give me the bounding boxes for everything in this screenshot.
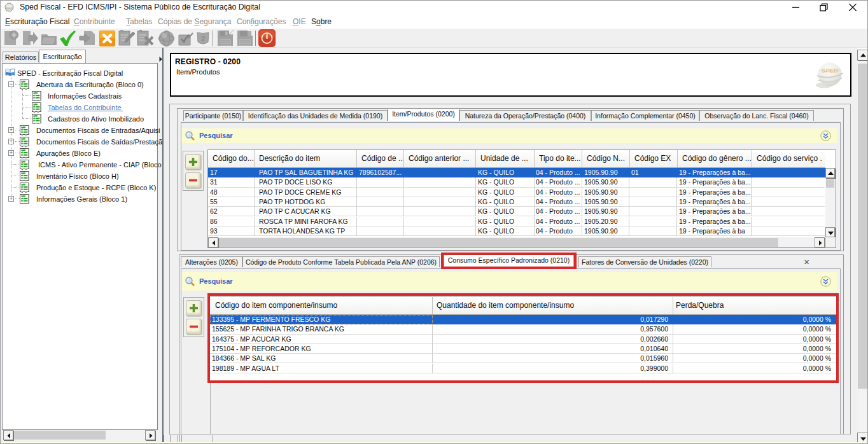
svg-text:2: 2 <box>201 35 205 43</box>
svg-text:SPED: SPED <box>822 67 838 74</box>
